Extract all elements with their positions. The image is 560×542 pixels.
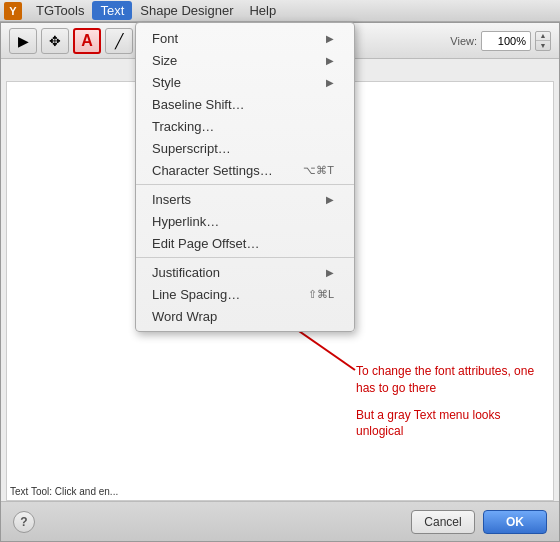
menu-baseline-shift[interactable]: Baseline Shift… — [136, 93, 354, 115]
menu-justification-label: Justification — [152, 265, 220, 280]
menu-justification[interactable]: Justification ▶ — [136, 261, 354, 283]
menu-hyperlink-label: Hyperlink… — [152, 214, 219, 229]
view-control: View: ▲ ▼ — [450, 31, 551, 51]
menu-tracking-label: Tracking… — [152, 119, 214, 134]
menu-bar: Y TGTools Text Shape Designer Help — [0, 0, 560, 22]
menu-edit-page-offset-label: Edit Page Offset… — [152, 236, 259, 251]
annotations: To change the font attributes, one has t… — [356, 363, 541, 450]
menu-style[interactable]: Style ▶ — [136, 71, 354, 93]
line-spacing-shortcut: ⇧⌘L — [308, 288, 334, 301]
menu-font[interactable]: Font ▶ — [136, 27, 354, 49]
menu-help[interactable]: Help — [241, 1, 284, 20]
svg-text:Y: Y — [9, 5, 17, 17]
view-stepper[interactable]: ▲ ▼ — [535, 31, 551, 51]
menu-line-spacing-label: Line Spacing… — [152, 287, 240, 302]
stepper-down-btn[interactable]: ▼ — [536, 41, 550, 50]
menu-superscript[interactable]: Superscript… — [136, 137, 354, 159]
menu-shape-designer[interactable]: Shape Designer — [132, 1, 241, 20]
size-submenu-arrow: ▶ — [326, 55, 334, 66]
text-dropdown-menu: Font ▶ Size ▶ Style ▶ Baseline Shift… Tr… — [135, 22, 355, 332]
character-settings-shortcut: ⌥⌘T — [303, 164, 334, 177]
menu-style-label: Style — [152, 75, 181, 90]
menu-character-settings-label: Character Settings… — [152, 163, 273, 178]
annotation-2: But a gray Text menu looks unlogical — [356, 407, 541, 441]
menu-size[interactable]: Size ▶ — [136, 49, 354, 71]
menu-hyperlink[interactable]: Hyperlink… — [136, 210, 354, 232]
menu-line-spacing[interactable]: Line Spacing… ⇧⌘L — [136, 283, 354, 305]
text-tool-btn[interactable]: A — [73, 28, 101, 54]
select-icon: ▶ — [18, 33, 29, 49]
menu-inserts-label: Inserts — [152, 192, 191, 207]
menu-character-settings[interactable]: Character Settings… ⌥⌘T — [136, 159, 354, 181]
annotation-1: To change the font attributes, one has t… — [356, 363, 541, 397]
app-logo: Y — [4, 2, 22, 20]
font-submenu-arrow: ▶ — [326, 33, 334, 44]
menu-size-label: Size — [152, 53, 177, 68]
select-tool-btn[interactable]: ▶ — [9, 28, 37, 54]
menu-font-label: Font — [152, 31, 178, 46]
help-button[interactable]: ? — [13, 511, 35, 533]
menu-superscript-label: Superscript… — [152, 141, 231, 156]
menu-tracking[interactable]: Tracking… — [136, 115, 354, 137]
menu-word-wrap[interactable]: Word Wrap — [136, 305, 354, 327]
bottom-bar: ? Cancel OK — [1, 501, 559, 541]
view-input[interactable] — [481, 31, 531, 51]
menu-tgtools[interactable]: TGTools — [28, 1, 92, 20]
view-label: View: — [450, 35, 477, 47]
pan-tool-btn[interactable]: ✥ — [41, 28, 69, 54]
separator-1 — [136, 184, 354, 185]
text-icon: A — [81, 32, 93, 50]
pen-icon: ╱ — [115, 33, 123, 49]
cancel-button[interactable]: Cancel — [411, 510, 475, 534]
separator-2 — [136, 257, 354, 258]
pan-icon: ✥ — [49, 33, 61, 49]
menu-edit-page-offset[interactable]: Edit Page Offset… — [136, 232, 354, 254]
inserts-submenu-arrow: ▶ — [326, 194, 334, 205]
justification-submenu-arrow: ▶ — [326, 267, 334, 278]
style-submenu-arrow: ▶ — [326, 77, 334, 88]
menu-word-wrap-label: Word Wrap — [152, 309, 217, 324]
stepper-up-btn[interactable]: ▲ — [536, 32, 550, 42]
menu-text[interactable]: Text — [92, 1, 132, 20]
ok-button[interactable]: OK — [483, 510, 547, 534]
tool-status-bar: Text Tool: Click and en... — [6, 484, 122, 499]
pen-tool-btn[interactable]: ╱ — [105, 28, 133, 54]
menu-baseline-shift-label: Baseline Shift… — [152, 97, 245, 112]
menu-inserts[interactable]: Inserts ▶ — [136, 188, 354, 210]
